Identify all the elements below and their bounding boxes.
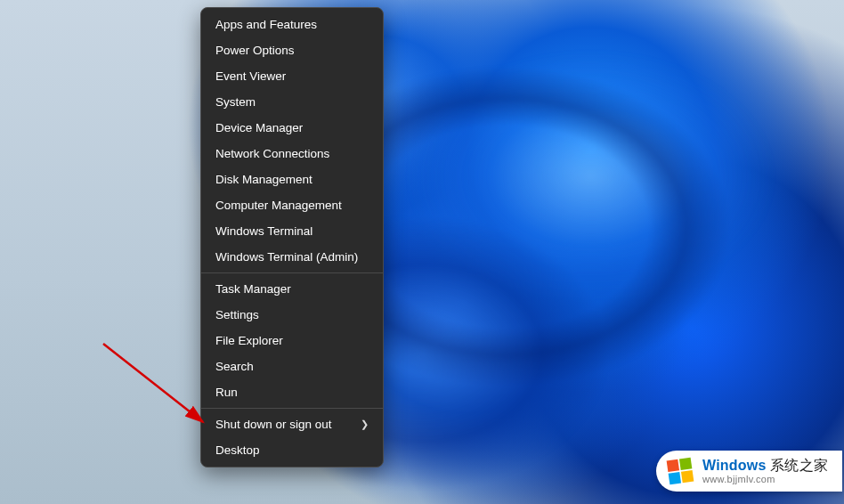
menu-item-label: Power Options [215, 44, 295, 57]
menu-separator [201, 272, 383, 273]
menu-item-shut-down-or-sign-out[interactable]: Shut down or sign out ❯ [201, 411, 383, 437]
menu-item-label: System [215, 95, 256, 109]
menu-item-label: Computer Management [215, 199, 342, 212]
svg-rect-4 [681, 470, 694, 483]
winx-context-menu: Apps and Features Power Options Event Vi… [200, 7, 384, 467]
menu-item-windows-terminal[interactable]: Windows Terminal [201, 218, 383, 244]
menu-item-task-manager[interactable]: Task Manager [201, 276, 383, 302]
menu-item-label: Settings [215, 308, 259, 321]
chevron-right-icon: ❯ [361, 419, 369, 430]
menu-item-label: Disk Management [215, 173, 312, 186]
menu-item-label: Shut down or sign out [215, 418, 332, 431]
watermark-brand: Windows [702, 458, 766, 473]
menu-item-label: Event Viewer [215, 69, 286, 83]
menu-item-device-manager[interactable]: Device Manager [201, 115, 383, 141]
svg-rect-3 [669, 472, 681, 484]
svg-rect-2 [679, 458, 692, 470]
menu-item-windows-terminal-admin[interactable]: Windows Terminal (Admin) [201, 244, 383, 270]
menu-item-label: Network Connections [215, 147, 329, 160]
watermark-url: www.bjjmlv.com [702, 474, 828, 484]
menu-item-desktop[interactable]: Desktop [201, 437, 383, 463]
wallpaper-bloom-overlay [0, 0, 844, 504]
menu-item-event-viewer[interactable]: Event Viewer [201, 63, 383, 89]
watermark-badge: Windows 系统之家 www.bjjmlv.com [656, 451, 842, 492]
menu-item-system[interactable]: System [201, 89, 383, 115]
svg-rect-1 [667, 459, 679, 472]
menu-item-network-connections[interactable]: Network Connections [201, 141, 383, 167]
menu-item-label: Apps and Features [215, 18, 317, 31]
menu-item-label: File Explorer [215, 334, 283, 347]
menu-item-disk-management[interactable]: Disk Management [201, 167, 383, 192]
menu-item-label: Windows Terminal (Admin) [215, 250, 358, 264]
menu-item-label: Device Manager [215, 121, 303, 134]
menu-separator [201, 408, 383, 409]
menu-item-label: Search [215, 360, 254, 373]
watermark-brand-suffix: 系统之家 [767, 458, 828, 473]
menu-item-apps-and-features[interactable]: Apps and Features [201, 12, 383, 37]
menu-item-label: Run [215, 386, 238, 399]
menu-item-label: Task Manager [215, 282, 291, 296]
menu-item-search[interactable]: Search [201, 354, 383, 379]
menu-item-file-explorer[interactable]: File Explorer [201, 328, 383, 354]
watermark-title: Windows 系统之家 [702, 458, 828, 474]
menu-item-power-options[interactable]: Power Options [201, 37, 383, 63]
menu-item-label: Windows Terminal [215, 224, 312, 238]
menu-item-computer-management[interactable]: Computer Management [201, 192, 383, 218]
menu-item-label: Desktop [215, 443, 260, 457]
menu-item-settings[interactable]: Settings [201, 302, 383, 328]
menu-item-run[interactable]: Run [201, 379, 383, 405]
windows-logo-icon [665, 456, 695, 486]
